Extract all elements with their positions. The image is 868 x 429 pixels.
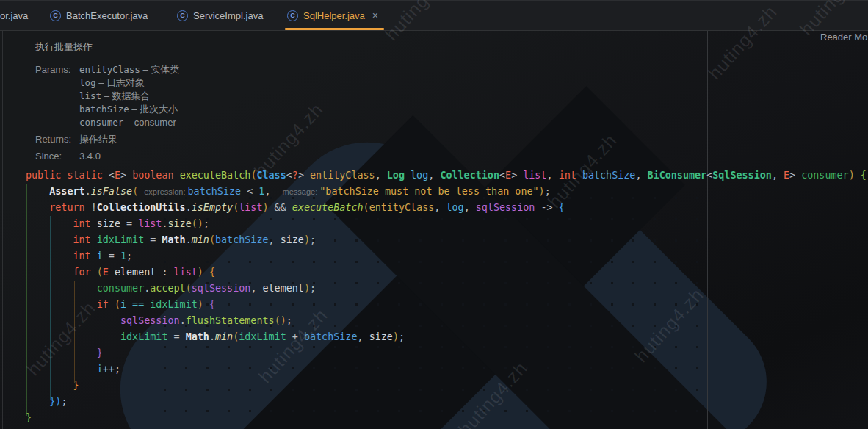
reader-mode-toggle[interactable]: Reader Mo <box>820 32 867 43</box>
code-token <box>26 299 97 310</box>
tab-serviceimpl-java[interactable]: CServiceImpl.java <box>177 1 263 29</box>
code-line[interactable]: sqlSession.flushStatements(); <box>26 313 867 329</box>
code-token: entityClass <box>310 170 375 181</box>
code-token: ? <box>292 170 298 181</box>
code-line[interactable]: } <box>26 378 867 394</box>
code-token: ( <box>209 234 215 245</box>
code-token: consumer <box>801 170 849 181</box>
javadoc-summary: 执行批量操作 <box>35 40 179 54</box>
code-token: ( <box>115 299 120 310</box>
code-line[interactable]: }); <box>26 394 867 410</box>
code-line[interactable]: int size = list.size(); <box>26 216 867 232</box>
code-token: , <box>547 170 559 181</box>
code-token: return <box>49 202 90 213</box>
javadoc-section-label <box>35 76 79 90</box>
code-token: log <box>411 170 428 181</box>
code-token: ; <box>545 186 551 197</box>
javadoc-section-label: Params: <box>35 63 79 76</box>
class-icon: C <box>50 10 61 21</box>
code-token: int <box>73 234 97 245</box>
code-token: { <box>209 267 215 278</box>
code-token: log <box>446 202 463 213</box>
code-token: . <box>186 234 192 245</box>
tab-or-java[interactable]: or.java <box>0 1 28 29</box>
code-token: list <box>138 218 162 229</box>
code-token: ++; <box>103 364 120 375</box>
code-token: list <box>523 170 546 181</box>
code-token: min <box>192 234 209 245</box>
code-token: batchSize <box>215 234 269 245</box>
code-token: executeBatch <box>180 170 251 181</box>
code-token: > <box>120 170 132 181</box>
code-line[interactable]: } <box>26 345 867 361</box>
code-line[interactable]: int i = 1; <box>26 248 867 264</box>
code-line[interactable]: Assert.isFalse( expression: batchSize < … <box>26 184 867 200</box>
code-token: } <box>97 347 103 358</box>
code-token: , <box>772 170 784 181</box>
code-token: Math <box>186 331 209 342</box>
code-token: idxLimit <box>150 299 198 310</box>
code-token: ) <box>539 186 545 197</box>
code-token: executeBatch <box>292 202 364 213</box>
javadoc-section-label <box>35 103 79 116</box>
javadoc-value: 操作结果 <box>79 133 117 146</box>
code-token: ) <box>263 202 269 213</box>
code-token <box>26 283 97 294</box>
code-token: = <box>120 218 138 229</box>
javadoc-row: Returns:操作结果 <box>35 133 179 146</box>
code-token: public static <box>26 170 109 181</box>
code-token: batchSize <box>304 331 358 342</box>
tab-batchexecutor-java[interactable]: CBatchExecutor.java <box>50 1 148 29</box>
code-token: int <box>73 250 97 262</box>
tab-sqlhelper-java[interactable]: CSqlHelper.java× <box>287 1 378 29</box>
code-token: , <box>358 331 369 342</box>
code-token <box>26 186 49 197</box>
code-token: list <box>239 202 262 213</box>
javadoc-row: log – 日志对象 <box>35 76 179 90</box>
code-line[interactable]: idxLimit = Math.min(idxLimit + batchSize… <box>26 329 867 345</box>
code-token: , <box>375 170 387 181</box>
code-token: < <box>241 186 258 197</box>
tab-label: SqlHelper.java <box>303 10 365 21</box>
code-token: E <box>115 170 120 181</box>
code-token: == <box>126 299 150 310</box>
code-token: + <box>286 331 304 342</box>
code-line[interactable]: return !CollectionUtils.isEmpty(list) &&… <box>26 200 867 216</box>
code-token: sqlSession <box>476 202 535 213</box>
code-token <box>203 267 209 278</box>
code-token: < <box>499 170 505 181</box>
code-token: ) <box>198 267 203 278</box>
code-token: } <box>26 412 32 423</box>
code-token: } <box>73 380 79 391</box>
code-token: sqlSession <box>192 283 251 294</box>
code-editor[interactable]: public static <E> boolean executeBatch(C… <box>0 159 868 429</box>
code-line[interactable]: public static <E> boolean executeBatch(C… <box>26 167 867 184</box>
code-token: ) <box>393 331 399 342</box>
code-token: flushStatements <box>186 315 275 326</box>
code-token: Class <box>256 170 286 181</box>
code-token: ; <box>310 234 316 245</box>
code-token: { <box>209 299 215 310</box>
code-token: "batchSize must not be less than one" <box>319 186 538 197</box>
code-line[interactable]: if (i == idxLimit) { <box>26 297 867 313</box>
ide-window: or.javaCBatchExecutor.javaCServiceImpl.j… <box>0 0 868 429</box>
code-token: ; <box>399 331 405 342</box>
code-line[interactable]: int idxLimit = Math.min(batchSize, size)… <box>26 232 867 248</box>
code-token: }) <box>49 396 61 407</box>
code-token: E <box>505 170 511 181</box>
close-icon[interactable]: × <box>372 10 378 21</box>
code-line[interactable]: i++; <box>26 361 867 378</box>
code-token: . <box>209 331 215 342</box>
code-token: ; <box>126 250 132 262</box>
code-line[interactable]: } <box>26 410 867 426</box>
code-line[interactable]: consumer.accept(sqlSession, element); <box>26 281 867 297</box>
code-token: accept <box>150 283 185 294</box>
code-token <box>405 170 411 181</box>
code-token: , <box>635 170 647 181</box>
code-token: E <box>103 267 109 278</box>
code-token: element <box>115 267 156 278</box>
code-token: ; <box>286 315 292 326</box>
code-token: . <box>162 218 167 229</box>
code-line[interactable]: for (E element : list) { <box>26 264 867 281</box>
code-token: message: <box>283 187 320 196</box>
